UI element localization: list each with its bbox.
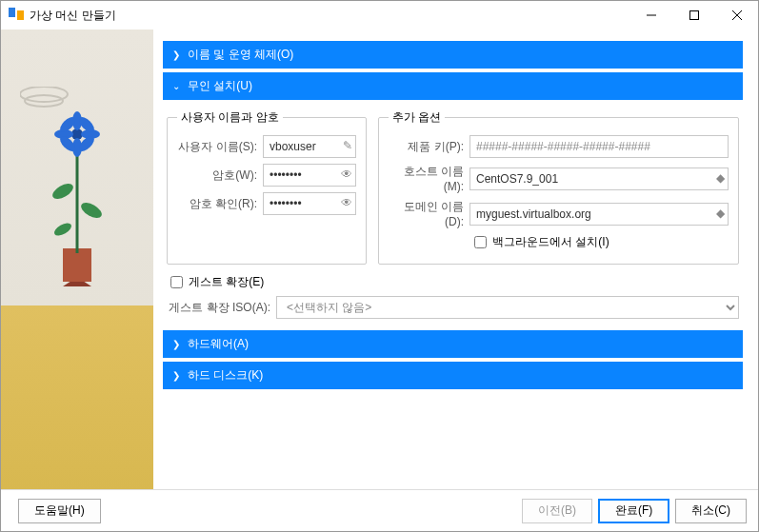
svg-rect-0	[9, 8, 15, 17]
hostname-input[interactable]	[469, 167, 729, 190]
section-unattended-body: 사용자 이름과 암호 사용자 이름(S): ✎ 암호(W):	[163, 104, 743, 330]
window: 가상 머신 만들기	[0, 0, 759, 532]
ga-iso-label: 게스트 확장 ISO(A):	[167, 300, 276, 316]
fieldset-extra-options: 추가 옵션 제품 키(P): 호스트 이름(M): ◆	[378, 109, 739, 265]
svg-point-12	[52, 221, 73, 239]
body: ❯ 이름 및 운영 체제(O) ⌄ 무인 설치(U) 사용자 이름과 암호 사용…	[1, 30, 758, 489]
window-title: 가상 머신 만들기	[30, 8, 629, 24]
confirm-label: 암호 확인(R):	[177, 196, 263, 212]
bg-install-label: 백그라운드에서 설치(I)	[492, 234, 609, 250]
app-logo-icon	[9, 8, 24, 23]
close-button[interactable]	[715, 1, 758, 30]
svg-rect-3	[689, 11, 698, 20]
hostname-label: 호스트 이름(M):	[389, 164, 469, 193]
section-label: 무인 설치(U)	[188, 78, 252, 94]
validate-icon: ✎	[343, 139, 352, 152]
username-label: 사용자 이름(S):	[177, 139, 263, 155]
guest-additions-label: 게스트 확장(E)	[189, 274, 264, 290]
flower-icon	[20, 87, 134, 296]
chevron-right-icon: ❯	[172, 339, 180, 349]
chevron-right-icon: ❯	[172, 370, 180, 381]
product-key-label: 제품 키(P):	[389, 139, 469, 155]
fieldset-user-password: 사용자 이름과 암호 사용자 이름(S): ✎ 암호(W):	[167, 109, 367, 265]
status-icon: ◆	[716, 171, 725, 185]
bg-install-checkbox[interactable]	[474, 236, 487, 248]
chevron-down-icon: ⌄	[172, 81, 180, 91]
domain-input[interactable]	[469, 203, 729, 226]
finish-button[interactable]: 완료(F)	[598, 499, 669, 523]
svg-point-11	[79, 200, 105, 221]
password-label: 암호(W):	[177, 167, 263, 184]
titlebar: 가상 머신 만들기	[1, 1, 758, 30]
section-disk[interactable]: ❯ 하드 디스크(K)	[163, 362, 743, 389]
window-controls	[629, 1, 758, 30]
section-label: 하드 디스크(K)	[188, 367, 263, 384]
svg-rect-8	[63, 248, 91, 282]
section-unattended[interactable]: ⌄ 무인 설치(U)	[163, 72, 743, 100]
maximize-button[interactable]	[672, 1, 715, 30]
ga-iso-select[interactable]: <선택하지 않음>	[276, 296, 739, 319]
section-label: 하드웨어(A)	[188, 336, 249, 352]
fieldset-legend: 사용자 이름과 암호	[177, 109, 283, 126]
eye-icon[interactable]: 👁	[341, 196, 352, 209]
guest-additions-checkbox[interactable]	[170, 276, 183, 288]
status-icon: ◆	[716, 207, 725, 220]
section-label: 이름 및 운영 체제(O)	[188, 47, 293, 63]
content: ❯ 이름 및 운영 체제(O) ⌄ 무인 설치(U) 사용자 이름과 암호 사용…	[153, 30, 758, 489]
svg-point-10	[50, 181, 76, 202]
section-name-os[interactable]: ❯ 이름 및 운영 체제(O)	[163, 41, 743, 69]
cancel-button[interactable]: 취소(C)	[675, 499, 747, 523]
footer: 도움말(H) 이전(B) 완료(F) 취소(C)	[1, 489, 758, 531]
svg-rect-1	[17, 10, 24, 20]
eye-icon[interactable]: 👁	[341, 167, 352, 181]
sidebar-illustration	[1, 30, 153, 489]
help-button[interactable]: 도움말(H)	[18, 499, 101, 523]
minimize-button[interactable]	[629, 1, 672, 30]
section-hardware[interactable]: ❯ 하드웨어(A)	[163, 330, 743, 358]
product-key-input[interactable]	[469, 135, 729, 158]
fieldset-legend: 추가 옵션	[389, 109, 445, 126]
domain-label: 도메인 이름(D):	[389, 199, 469, 228]
back-button[interactable]: 이전(B)	[522, 499, 592, 523]
chevron-right-icon: ❯	[172, 49, 180, 60]
